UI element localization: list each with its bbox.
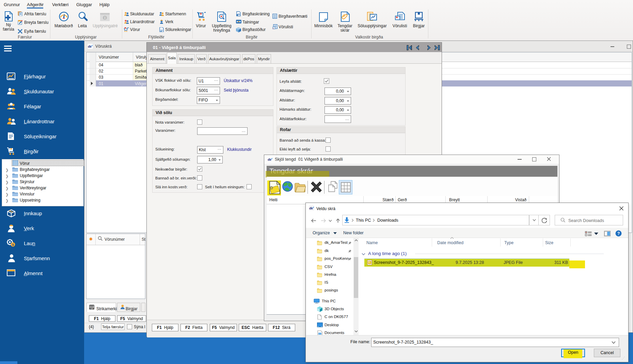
- svg-text:dk: dk: [88, 45, 92, 48]
- svg-text:i: i: [104, 16, 105, 20]
- svg-text:dk: dk: [268, 158, 271, 161]
- svg-text:dk: dk: [309, 207, 313, 210]
- svg-text:$: $: [12, 243, 14, 247]
- svg-text:?: ?: [617, 231, 620, 236]
- svg-text:123: 123: [91, 308, 93, 310]
